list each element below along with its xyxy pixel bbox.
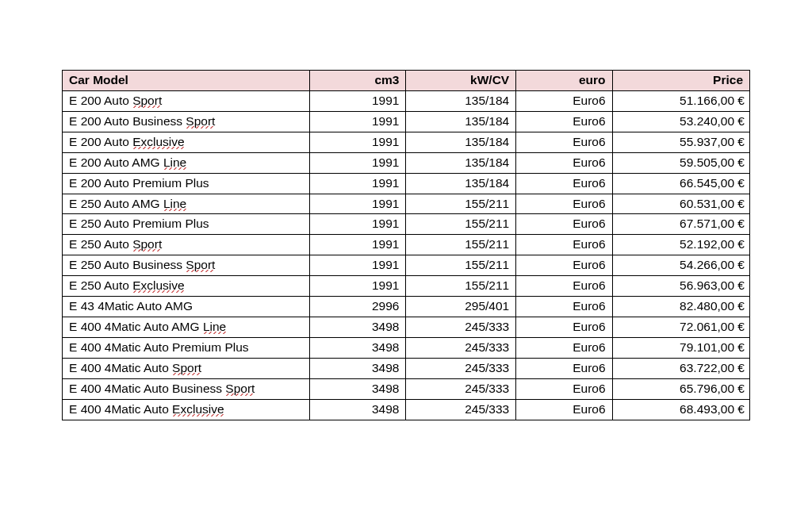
cell-kwcv: 245/333 <box>406 317 516 338</box>
model-text: E 200 Auto AMG <box>69 155 163 169</box>
cell-euro: Euro6 <box>516 276 612 297</box>
cell-kwcv: 245/333 <box>406 337 516 358</box>
cell-cm3: 1991 <box>310 214 406 235</box>
spellcheck-underline: Exclusive <box>132 278 184 293</box>
header-euro: euro <box>516 71 612 91</box>
cell-cm3: 1991 <box>310 194 406 214</box>
cell-model: E 200 Auto Sport <box>63 90 310 111</box>
cell-cm3: 1991 <box>310 255 406 276</box>
cell-euro: Euro6 <box>516 173 612 194</box>
table-row: E 200 Auto Business Sport1991135/184Euro… <box>63 111 750 132</box>
spellcheck-underline: Line <box>163 197 186 211</box>
cell-cm3: 2996 <box>310 297 406 317</box>
cell-euro: Euro6 <box>516 358 612 378</box>
spellcheck-underline: Line <box>163 155 186 170</box>
cell-price: 54.266,00 € <box>612 255 749 276</box>
table-row: E 400 4Matic Auto Exclusive3498245/333Eu… <box>63 399 750 420</box>
cell-model: E 400 4Matic Auto Exclusive <box>63 399 310 420</box>
cell-model: E 200 Auto AMG Line <box>63 152 310 173</box>
table-row: E 400 4Matic Auto Premium Plus3498245/33… <box>63 337 750 358</box>
cell-kwcv: 155/211 <box>406 214 516 235</box>
cell-cm3: 3498 <box>310 358 406 378</box>
cell-euro: Euro6 <box>516 235 612 255</box>
table-row: E 250 Auto Business Sport1991155/211Euro… <box>63 255 750 276</box>
cell-model: E 400 4Matic Auto Sport <box>63 358 310 378</box>
cell-euro: Euro6 <box>516 194 612 214</box>
model-text: E 200 Auto <box>69 94 132 107</box>
model-text: E 200 Auto Business <box>69 114 186 128</box>
cell-price: 65.796,00 € <box>612 378 749 399</box>
header-row: Car Model cm3 kW/CV euro Price <box>63 71 750 91</box>
cell-euro: Euro6 <box>516 90 612 111</box>
cell-euro: Euro6 <box>516 297 612 317</box>
spellcheck-underline: Sport <box>186 114 215 129</box>
cell-kwcv: 135/184 <box>406 132 516 152</box>
cell-euro: Euro6 <box>516 214 612 235</box>
cell-cm3: 1991 <box>310 235 406 255</box>
spellcheck-underline: Exclusive <box>132 135 184 149</box>
cell-model: E 250 Auto Exclusive <box>63 276 310 297</box>
cell-euro: Euro6 <box>516 152 612 173</box>
cell-price: 55.937,00 € <box>612 132 749 152</box>
model-text: E 250 Auto Business <box>69 258 186 271</box>
table-row: E 400 4Matic Auto Business Sport3498245/… <box>63 378 750 399</box>
cell-kwcv: 155/211 <box>406 235 516 255</box>
cell-cm3: 3498 <box>310 337 406 358</box>
model-text: Plus <box>185 176 209 190</box>
cell-euro: Euro6 <box>516 317 612 338</box>
cell-model: E 400 4Matic Auto Business Sport <box>63 378 310 399</box>
model-text: E 400 4Matic Auto <box>69 361 172 374</box>
cell-kwcv: 245/333 <box>406 378 516 399</box>
spellcheck-underline: Sport <box>225 382 255 396</box>
table-row: E 250 Auto Exclusive1991155/211Euro656.9… <box>63 276 750 297</box>
cell-kwcv: 135/184 <box>406 111 516 132</box>
cell-price: 68.493,00 € <box>612 399 749 420</box>
cell-price: 60.531,00 € <box>612 194 749 214</box>
cell-model: E 200 Auto Business Sport <box>63 111 310 132</box>
cell-euro: Euro6 <box>516 132 612 152</box>
table-body: E 200 Auto Sport1991135/184Euro651.166,0… <box>63 90 750 420</box>
model-text: E 250 Auto <box>69 278 132 292</box>
cell-model: E 200 Auto Premium Plus <box>63 173 310 194</box>
spellcheck-underline: Sport <box>132 94 162 108</box>
table-row: E 200 Auto Sport1991135/184Euro651.166,0… <box>63 90 750 111</box>
cell-cm3: 3498 <box>310 399 406 420</box>
header-model: Car Model <box>63 71 310 91</box>
cell-kwcv: 245/333 <box>406 399 516 420</box>
model-text: E 400 4Matic Auto Premium <box>69 340 224 354</box>
model-text: E 400 4Matic Auto AMG <box>69 320 203 333</box>
cell-euro: Euro6 <box>516 378 612 399</box>
model-text: E 400 4Matic Auto Business <box>69 382 225 395</box>
spellcheck-underline: Exclusive <box>172 402 224 416</box>
table-row: E 200 Auto Exclusive1991135/184Euro655.9… <box>63 132 750 152</box>
cell-price: 63.722,00 € <box>612 358 749 378</box>
spellcheck-underline: Sport <box>186 258 215 272</box>
car-price-table: Car Model cm3 kW/CV euro Price E 200 Aut… <box>62 70 750 420</box>
cell-kwcv: 155/211 <box>406 276 516 297</box>
cell-cm3: 1991 <box>310 90 406 111</box>
cell-kwcv: 155/211 <box>406 194 516 214</box>
cell-euro: Euro6 <box>516 111 612 132</box>
table-row: E 43 4Matic Auto AMG2996295/401Euro682.4… <box>63 297 750 317</box>
cell-model: E 400 4Matic Auto AMG Line <box>63 317 310 338</box>
cell-price: 56.963,00 € <box>612 276 749 297</box>
cell-kwcv: 135/184 <box>406 173 516 194</box>
model-text: E 43 4Matic Auto AMG <box>69 299 193 313</box>
table-header: Car Model cm3 kW/CV euro Price <box>63 71 750 91</box>
cell-kwcv: 295/401 <box>406 297 516 317</box>
cell-model: E 43 4Matic Auto AMG <box>63 297 310 317</box>
cell-model: E 200 Auto Exclusive <box>63 132 310 152</box>
cell-euro: Euro6 <box>516 399 612 420</box>
model-text: E 250 Auto <box>69 237 132 251</box>
cell-cm3: 1991 <box>310 173 406 194</box>
cell-price: 67.571,00 € <box>612 214 749 235</box>
spellcheck-underline: Sport <box>172 361 201 375</box>
cell-cm3: 1991 <box>310 152 406 173</box>
cell-cm3: 1991 <box>310 111 406 132</box>
cell-price: 72.061,00 € <box>612 317 749 338</box>
model-text: E 400 4Matic Auto <box>69 402 172 416</box>
cell-model: E 250 Auto AMG Line <box>63 194 310 214</box>
cell-price: 59.505,00 € <box>612 152 749 173</box>
table-row: E 250 Auto Premium Plus1991155/211Euro66… <box>63 214 750 235</box>
header-price: Price <box>612 71 749 91</box>
